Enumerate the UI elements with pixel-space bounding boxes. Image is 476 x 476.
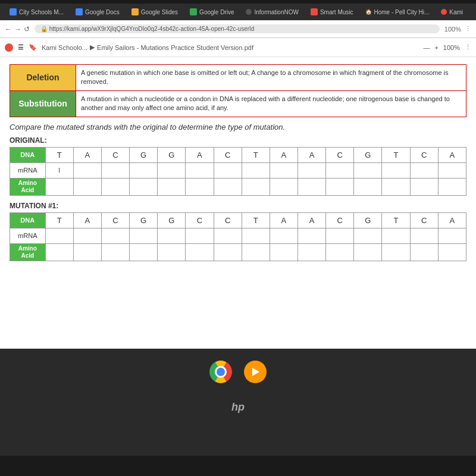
tab-google-drive[interactable]: Google Drive: [185, 7, 239, 17]
m1-dna-cell-10: A: [298, 212, 325, 228]
play-taskbar-icon[interactable]: [244, 361, 267, 383]
m1-dna-cell-15: A: [438, 212, 466, 228]
doc-toolbar: ☰ 🔖 Kami Schoolo... ▶ Emily Sailors - Mu…: [0, 38, 476, 57]
dna-cell-2: A: [73, 147, 101, 162]
mrna-cell-11: [326, 162, 354, 178]
m1-dna-cell-8: T: [242, 212, 270, 228]
original-table: DNA T A C G G A C T A A C G T C A mRNA I: [10, 147, 466, 196]
mrna-cell-8: [242, 162, 270, 178]
tab-google-slides[interactable]: Google Slides: [127, 7, 183, 17]
dna-cell-12: G: [354, 147, 382, 162]
tab-kami[interactable]: Kami: [436, 8, 468, 17]
doc-toolbar-right: — + 100% ⋮: [423, 43, 471, 51]
svg-marker-3: [252, 368, 259, 376]
m1-amino-cell-11: [326, 243, 354, 261]
m1-dna-cell-2: A: [73, 212, 101, 228]
mrna-cell-1: I: [45, 162, 73, 178]
amino-cell-3: [101, 178, 129, 195]
original-label: ORIGINAL:: [10, 136, 466, 145]
mutation1-mrna-row: mRNA: [10, 228, 466, 243]
hp-logo: hp: [231, 401, 245, 414]
google-docs-icon: [76, 8, 83, 15]
amino-cell-13: [382, 178, 410, 195]
back-icon[interactable]: ←: [5, 25, 12, 33]
url-bar[interactable]: 🔒 https://kami.app/wX9rXjlqQG4YroDIo0q2-…: [35, 24, 440, 33]
zoom-level: 100%: [444, 26, 461, 33]
original-dna-label: DNA: [10, 147, 46, 162]
sidebar-icon[interactable]: ☰: [18, 43, 24, 51]
m1-amino-cell-2: [73, 243, 101, 261]
nav-icons: ← → ↺: [5, 25, 30, 33]
dna-cell-14: C: [410, 147, 438, 162]
m1-amino-cell-7: [214, 243, 242, 261]
amino-cell-1: [45, 178, 73, 195]
mutation1-amino-row: AminoAcid: [10, 243, 466, 261]
mrna-cell-15: [438, 162, 466, 178]
dna-cell-8: T: [242, 147, 270, 162]
menu-icon[interactable]: ⋮: [465, 25, 471, 33]
refresh-icon[interactable]: ↺: [24, 25, 30, 33]
chrome-icon: [209, 361, 232, 383]
original-amino-row: AminoAcid: [10, 178, 466, 195]
original-amino-label: AminoAcid: [10, 178, 46, 195]
m1-amino-cell-12: [354, 243, 382, 261]
chrome-taskbar-icon[interactable]: [209, 361, 232, 383]
plus-button[interactable]: +: [434, 44, 438, 51]
amino-cell-11: [326, 178, 354, 195]
more-options-icon[interactable]: ⋮: [465, 43, 471, 51]
laptop-bezel: hp: [0, 349, 476, 456]
tab-google-docs[interactable]: Google Docs: [71, 7, 124, 17]
m1-amino-cell-9: [270, 243, 298, 261]
forward-icon[interactable]: →: [14, 25, 21, 33]
m1-amino-cell-1: [45, 243, 73, 261]
dna-cell-15: A: [438, 147, 466, 162]
m1-dna-cell-3: C: [101, 212, 129, 228]
breadcrumb-arrow: ▶: [90, 43, 95, 51]
m1-dna-cell-14: C: [410, 212, 438, 228]
deletion-description: A genetic mutation in which one base is …: [76, 65, 466, 90]
lock-icon: 🔒: [40, 26, 48, 32]
m1-mrna-cell-5: [158, 228, 186, 243]
amino-cell-15: [438, 178, 466, 195]
dna-cell-13: T: [382, 147, 410, 162]
minimize-button[interactable]: —: [423, 44, 430, 51]
dna-cell-1: T: [45, 147, 73, 162]
tab-bar: City Schools M... Google Docs Google Sli…: [0, 4, 476, 20]
tab-city-schools[interactable]: City Schools M...: [5, 7, 68, 17]
m1-mrna-cell-13: [382, 228, 410, 243]
svg-point-2: [217, 368, 225, 376]
dna-cell-4: G: [130, 147, 158, 162]
amino-cell-10: [298, 178, 325, 195]
browser-actions: 100% ⋮: [444, 25, 471, 33]
tab-smart-music[interactable]: Smart Music: [306, 7, 358, 17]
mrna-cell-14: [410, 162, 438, 178]
original-mrna-row: mRNA I: [10, 162, 466, 178]
m1-mrna-cell-9: [270, 228, 298, 243]
tab-informationnow[interactable]: InformationNOW: [241, 8, 303, 17]
mutation1-amino-label: AminoAcid: [10, 243, 46, 261]
city-schools-icon: [10, 8, 17, 15]
mrna-cell-7: [214, 162, 242, 178]
amino-cell-6: [186, 178, 214, 195]
m1-dna-cell-6: C: [186, 212, 214, 228]
mrna-cell-5: [158, 162, 186, 178]
m1-amino-cell-13: [382, 243, 410, 261]
substitution-description: A mutation in which a nucleotide or a co…: [76, 91, 466, 117]
dna-cell-6: A: [186, 147, 214, 162]
mrna-cell-9: [270, 162, 298, 178]
breadcrumb-part1: Kami Schoolo...: [42, 44, 87, 51]
kami-icon: [441, 9, 447, 15]
breadcrumb: Kami Schoolo... ▶ Emily Sailors - Mutati…: [42, 43, 253, 51]
dna-cell-10: A: [298, 147, 325, 162]
tab-home[interactable]: 🏠 Home - Pell City Hi...: [361, 8, 434, 17]
amino-cell-2: [73, 178, 101, 195]
m1-dna-cell-4: G: [130, 212, 158, 228]
mutation1-mrna-label: mRNA: [10, 228, 46, 243]
m1-mrna-cell-11: [326, 228, 354, 243]
bookmark-icon[interactable]: 🔖: [29, 43, 37, 51]
zoom-display: 100%: [443, 44, 460, 51]
m1-mrna-cell-15: [438, 228, 466, 243]
mrna-cell-3: [101, 162, 129, 178]
smart-music-icon: [311, 8, 318, 15]
mrna-cell-12: [354, 162, 382, 178]
